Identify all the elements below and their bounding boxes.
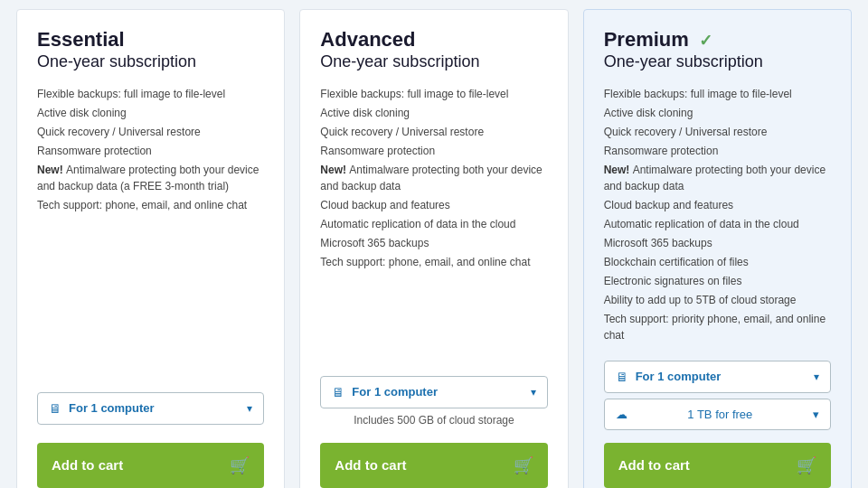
list-item: New! Antimalware protecting both your de… [320,162,547,194]
plan-title-advanced: Advanced [320,28,547,52]
cart-icon: 🛒 [230,455,250,475]
list-item: New! Antimalware protecting both your de… [37,162,264,194]
chevron-down-icon: ▾ [813,408,819,421]
storage-dropdown-premium[interactable]: ☁1 TB for free▾ [604,399,831,430]
list-item: Flexible backups: full image to file-lev… [37,86,264,102]
list-item: Electronic signatures on files [604,273,831,289]
monitor-icon: 🖥 [49,401,61,416]
plan-title-premium: Premium ✓ [604,28,831,52]
computer-dropdown-premium[interactable]: 🖥For 1 computer▾ [604,361,831,393]
plan-title-essential: Essential [37,28,264,52]
list-item: Cloud backup and features [604,197,831,213]
list-item: Quick recovery / Universal restore [604,124,831,140]
plan-checkmark-premium: ✓ [694,32,712,50]
list-item: New! Antimalware protecting both your de… [604,162,831,194]
cart-icon: 🛒 [797,455,816,475]
list-item: Tech support: priority phone, email, and… [604,311,831,343]
chevron-down-icon: ▾ [814,371,819,383]
list-item: Flexible backups: full image to file-lev… [320,86,547,102]
chevron-down-icon: ▾ [247,402,252,415]
computer-dropdown-essential[interactable]: 🖥For 1 computer▾ [37,392,264,425]
dropdown-label: For 1 computer [636,370,814,383]
dropdown-label: For 1 computer [352,385,530,399]
list-item: Tech support: phone, email, and online c… [37,197,264,213]
plan-subtitle-advanced: One-year subscription [320,52,547,72]
list-item: Cloud backup and features [320,197,547,213]
chevron-down-icon: ▾ [531,386,536,399]
plan-card-advanced: AdvancedOne-year subscriptionFlexible ba… [299,9,568,488]
list-item: Blockchain certification of files [604,254,831,270]
add-to-cart-label: Add to cart [335,457,406,473]
cloud-storage-note-advanced: Includes 500 GB of cloud storage [320,414,547,427]
computer-dropdown-wrap-premium: 🖥For 1 computer▾☁1 TB for free▾ [604,361,831,430]
list-item: Ability to add up to 5TB of cloud storag… [604,292,831,308]
storage-label: 1 TB for free [687,408,752,421]
add-to-cart-button-essential[interactable]: Add to cart🛒 [37,443,264,488]
list-item: Active disk cloning [604,105,831,121]
add-to-cart-button-premium[interactable]: Add to cart🛒 [604,443,831,488]
cloud-icon: ☁ [616,408,627,421]
add-to-cart-label: Add to cart [52,457,123,473]
cart-icon: 🛒 [514,455,533,475]
monitor-icon: 🖥 [616,370,628,384]
plan-card-premium: Premium ✓One-year subscriptionFlexible b… [583,9,852,488]
computer-dropdown-advanced[interactable]: 🖥For 1 computer▾ [320,376,547,408]
list-item: Ransomware protection [604,143,831,159]
dropdown-label: For 1 computer [69,401,247,415]
add-to-cart-label: Add to cart [618,457,690,473]
list-item: Quick recovery / Universal restore [37,124,264,140]
plan-card-essential: EssentialOne-year subscriptionFlexible b… [16,9,285,488]
features-list-essential: Flexible backups: full image to file-lev… [37,86,264,378]
computer-dropdown-wrap-essential: 🖥For 1 computer▾ [37,392,264,430]
list-item: Ransomware protection [37,143,264,159]
plan-subtitle-premium: One-year subscription [604,52,831,72]
monitor-icon: 🖥 [332,385,344,399]
list-item: Ransomware protection [320,143,547,159]
add-to-cart-button-advanced[interactable]: Add to cart🛒 [320,443,547,488]
list-item: Microsoft 365 backups [604,235,831,251]
features-list-premium: Flexible backups: full image to file-lev… [604,86,831,346]
plan-subtitle-essential: One-year subscription [37,52,264,72]
list-item: Active disk cloning [37,105,264,121]
list-item: Automatic replication of data in the clo… [604,216,831,232]
list-item: Tech support: phone, email, and online c… [320,254,547,270]
list-item: Microsoft 365 backups [320,235,547,251]
list-item: Automatic replication of data in the clo… [320,216,547,232]
features-list-advanced: Flexible backups: full image to file-lev… [320,86,547,361]
list-item: Quick recovery / Universal restore [320,124,547,140]
computer-dropdown-wrap-advanced: 🖥For 1 computer▾Includes 500 GB of cloud… [320,376,547,430]
list-item: Flexible backups: full image to file-lev… [604,86,831,102]
list-item: Active disk cloning [320,105,547,121]
plans-container: EssentialOne-year subscriptionFlexible b… [0,0,868,488]
